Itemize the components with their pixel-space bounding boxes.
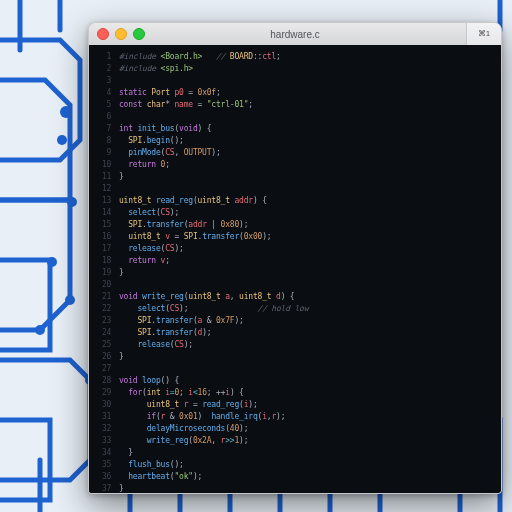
code-line[interactable]: SPI.begin(); <box>119 135 493 147</box>
code-line[interactable]: SPI.transfer(d); <box>119 327 493 339</box>
code-line[interactable]: SPI.transfer(a & 0x7F); <box>119 315 493 327</box>
code-line[interactable]: delayMicroseconds(40); <box>119 423 493 435</box>
editor-window[interactable]: hardware.c ⌘1 12345678910111213141516171… <box>88 22 502 494</box>
line-number: 15 <box>89 219 111 231</box>
line-number: 24 <box>89 327 111 339</box>
line-number: 13 <box>89 195 111 207</box>
line-number: 22 <box>89 303 111 315</box>
code-line[interactable]: release(CS); <box>119 339 493 351</box>
line-number: 12 <box>89 183 111 195</box>
editor-viewport[interactable]: 1234567891011121314151617181920212223242… <box>89 45 501 493</box>
zoom-icon[interactable] <box>133 28 145 40</box>
code-line[interactable] <box>119 111 493 123</box>
line-number: 1 <box>89 51 111 63</box>
code-line[interactable]: int init_bus(void) { <box>119 123 493 135</box>
code-line[interactable] <box>119 279 493 291</box>
line-number: 25 <box>89 339 111 351</box>
line-number: 37 <box>89 483 111 493</box>
code-line[interactable]: select(CS); <box>119 207 493 219</box>
line-number: 20 <box>89 279 111 291</box>
code-line[interactable]: flush_bus(); <box>119 459 493 471</box>
line-number: 27 <box>89 363 111 375</box>
code-line[interactable]: void loop() { <box>119 375 493 387</box>
code-line[interactable]: for(int i=0; i<16; ++i) { <box>119 387 493 399</box>
line-number: 29 <box>89 387 111 399</box>
line-number: 23 <box>89 315 111 327</box>
code-line[interactable] <box>119 75 493 87</box>
code-line[interactable]: return v; <box>119 255 493 267</box>
svg-point-3 <box>47 257 57 267</box>
line-number: 8 <box>89 135 111 147</box>
code-line[interactable]: return 0; <box>119 159 493 171</box>
svg-point-2 <box>67 197 77 207</box>
line-number: 33 <box>89 435 111 447</box>
code-line[interactable]: } <box>119 351 493 363</box>
line-number: 9 <box>89 147 111 159</box>
window-corner-tag: ⌘1 <box>466 23 501 46</box>
svg-point-1 <box>57 135 67 145</box>
line-number: 34 <box>89 447 111 459</box>
line-number: 7 <box>89 123 111 135</box>
line-number: 21 <box>89 291 111 303</box>
code-line[interactable]: SPI.transfer(addr | 0x80); <box>119 219 493 231</box>
line-number: 28 <box>89 375 111 387</box>
line-number: 36 <box>89 471 111 483</box>
code-line[interactable]: release(CS); <box>119 243 493 255</box>
line-number: 3 <box>89 75 111 87</box>
svg-point-7 <box>65 295 75 305</box>
code-line[interactable] <box>119 363 493 375</box>
line-number: 4 <box>89 87 111 99</box>
code-line[interactable]: } <box>119 447 493 459</box>
line-number: 17 <box>89 243 111 255</box>
code-line[interactable]: pinMode(CS, OUTPUT); <box>119 147 493 159</box>
code-line[interactable]: uint8_t r = read_reg(i); <box>119 399 493 411</box>
line-number: 19 <box>89 267 111 279</box>
code-line[interactable]: void write_reg(uint8_t a, uint8_t d) { <box>119 291 493 303</box>
line-number: 14 <box>89 207 111 219</box>
line-number: 11 <box>89 171 111 183</box>
line-number: 35 <box>89 459 111 471</box>
code-line[interactable]: select(CS); // hold low <box>119 303 493 315</box>
window-titlebar[interactable]: hardware.c <box>89 23 501 46</box>
line-number: 31 <box>89 411 111 423</box>
line-number: 10 <box>89 159 111 171</box>
line-number: 16 <box>89 231 111 243</box>
code-line[interactable]: static Port p0 = 0x0f; <box>119 87 493 99</box>
svg-point-4 <box>35 325 45 335</box>
code-line[interactable]: uint8_t read_reg(uint8_t addr) { <box>119 195 493 207</box>
line-number: 6 <box>89 111 111 123</box>
code-line[interactable]: heartbeat("ok"); <box>119 471 493 483</box>
code-line[interactable]: #include <Board.h> // BOARD::ctl; <box>119 51 493 63</box>
line-number: 18 <box>89 255 111 267</box>
code-line[interactable] <box>119 183 493 195</box>
minimize-icon[interactable] <box>115 28 127 40</box>
line-number: 26 <box>89 351 111 363</box>
line-number: 2 <box>89 63 111 75</box>
line-number: 30 <box>89 399 111 411</box>
line-number: 32 <box>89 423 111 435</box>
code-line[interactable]: const char* name = "ctrl-01"; <box>119 99 493 111</box>
line-number: 5 <box>89 99 111 111</box>
code-line[interactable]: } <box>119 483 493 493</box>
svg-point-6 <box>60 106 72 118</box>
code-area[interactable]: #include <Board.h> // BOARD::ctl;#includ… <box>119 51 493 493</box>
traffic-lights <box>97 28 145 40</box>
code-line[interactable]: if(r & 0x01) handle_irq(i,r); <box>119 411 493 423</box>
code-line[interactable]: uint8_t v = SPI.transfer(0x00); <box>119 231 493 243</box>
code-line[interactable]: write_reg(0x2A, r>>1); <box>119 435 493 447</box>
line-number-gutter: 1234567891011121314151617181920212223242… <box>89 45 115 493</box>
code-line[interactable]: } <box>119 267 493 279</box>
close-icon[interactable] <box>97 28 109 40</box>
window-title: hardware.c <box>89 29 501 40</box>
code-line[interactable]: } <box>119 171 493 183</box>
code-line[interactable]: #include <spi.h> <box>119 63 493 75</box>
